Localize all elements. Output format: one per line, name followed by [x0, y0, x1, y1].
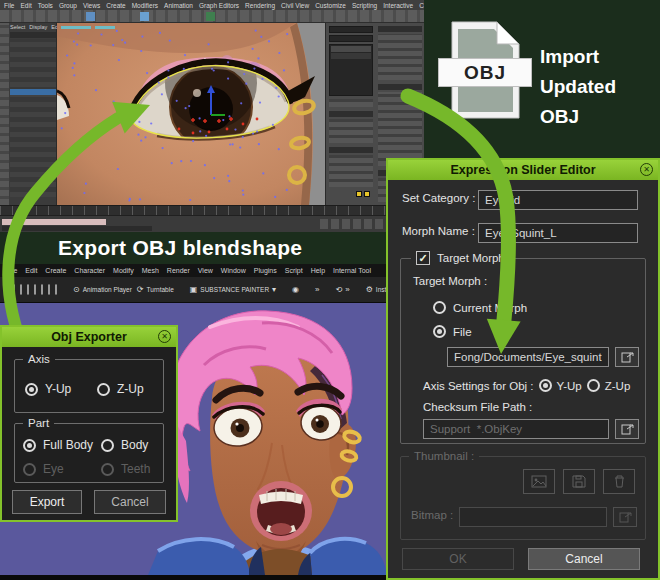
obj-axis-yup-radio[interactable] — [539, 379, 552, 392]
select-tool-icon[interactable] — [86, 12, 95, 21]
new-project-icon[interactable] — [6, 284, 8, 295]
part-fullbody-radio[interactable] — [23, 439, 36, 452]
max-menu-item[interactable]: Graph Editors — [199, 2, 239, 9]
explorer-selected-row[interactable] — [10, 89, 56, 95]
cancel-button[interactable]: Cancel — [528, 548, 640, 570]
obj-axis-zup-radio[interactable] — [587, 379, 600, 392]
substance-painter-button[interactable]: ▣ SUBSTANCE PAINTER ▾ — [190, 285, 276, 294]
object-name-field[interactable] — [329, 26, 373, 33]
part-body-radio[interactable] — [101, 439, 114, 452]
substance-icon: ▣ — [190, 285, 198, 294]
max-menu-item[interactable]: Views — [83, 2, 100, 9]
part-teeth-radio — [101, 463, 114, 476]
image-export-icon[interactable] — [55, 284, 57, 295]
fbx-export-icon[interactable] — [48, 284, 50, 295]
close-icon[interactable]: ✕ — [158, 330, 171, 343]
browse-icon — [621, 423, 634, 435]
morph-name-field[interactable] — [478, 223, 638, 243]
max-viewport-canvas[interactable] — [57, 23, 325, 205]
cc-menu-item[interactable]: Internal Tool — [333, 267, 371, 274]
capture-thumbnail-button — [523, 469, 555, 494]
cc-menu-item[interactable]: Script — [285, 267, 303, 274]
close-icon[interactable]: ✕ — [640, 163, 653, 176]
rollout-edit-geometry[interactable] — [378, 84, 422, 90]
obj-export-icon[interactable] — [41, 284, 43, 295]
cc-menu-item[interactable]: Plugins — [254, 267, 277, 274]
snap-tool-icon[interactable] — [206, 12, 215, 21]
expression-editor-title[interactable]: Expression Slider Editor — [388, 160, 658, 180]
save-thumbnail-button — [563, 469, 595, 494]
undo-button[interactable]: ⟲ » — [336, 285, 350, 294]
move-tool-icon[interactable] — [140, 12, 149, 21]
set-category-field[interactable] — [478, 190, 638, 210]
max-menu-item[interactable]: Animation — [164, 2, 193, 9]
cc-menu-item[interactable]: Edit — [25, 267, 37, 274]
max-menu-item[interactable]: Content — [419, 2, 424, 9]
current-morph-radio[interactable] — [433, 301, 446, 314]
save-icon — [572, 475, 586, 488]
max-menu-item[interactable]: File — [4, 2, 14, 9]
timeline-ruler[interactable] — [0, 205, 424, 215]
explorer-icon-strip[interactable] — [0, 23, 9, 205]
stack-buttons[interactable] — [329, 99, 373, 107]
cc-menu-item[interactable]: Mesh — [142, 267, 159, 274]
explorer-tab[interactable]: Display — [29, 24, 47, 30]
selection-status-field[interactable] — [2, 219, 106, 225]
import-icon[interactable] — [27, 284, 29, 295]
undo-icon: ⟲ — [336, 285, 343, 294]
cage-color-swatch-2[interactable] — [364, 191, 370, 197]
rollout-edit-poly-mode[interactable] — [329, 111, 373, 117]
cc-menu-item[interactable]: File — [6, 267, 17, 274]
max-menu-item[interactable]: Interactive — [383, 2, 413, 9]
max-menu-item[interactable]: Create — [106, 2, 126, 9]
modifier-stack[interactable] — [329, 44, 373, 96]
axis-zup-radio[interactable] — [97, 383, 110, 396]
checksum-path-field[interactable] — [423, 419, 609, 439]
playback-controls[interactable] — [320, 219, 390, 229]
obj-exporter-title[interactable]: Obj Exporter — [2, 327, 176, 347]
cage-color-swatch[interactable] — [356, 191, 362, 197]
cc-menu-item[interactable]: View — [198, 267, 213, 274]
rollout-selection[interactable] — [329, 147, 373, 153]
max-menu-item[interactable]: Modifiers — [132, 2, 158, 9]
cc-menu-item[interactable]: Help — [311, 267, 325, 274]
max-menu-item[interactable]: Scripting — [352, 2, 377, 9]
export-button[interactable]: Export — [12, 490, 82, 514]
explorer-node-list[interactable] — [10, 39, 56, 197]
save-project-icon[interactable] — [20, 284, 22, 295]
max-menu-item[interactable]: Tools — [38, 2, 53, 9]
tutorial-composite: FileEditToolsGroupViewsCreateModifiersAn… — [0, 0, 660, 580]
cc-menu-item[interactable]: Create — [45, 267, 66, 274]
rollout-edit-vertices[interactable] — [378, 26, 422, 32]
turntable-button[interactable]: ⟳ Turntable — [137, 285, 174, 294]
max-menu-item[interactable]: Group — [59, 2, 77, 9]
character-button[interactable]: ◉ — [292, 285, 299, 294]
max-menu-item[interactable]: Customize — [315, 2, 346, 9]
target-morph-checkbox[interactable]: ✓ — [416, 251, 430, 265]
open-project-icon[interactable] — [13, 284, 15, 295]
gear-icon: ⚙ — [366, 285, 373, 294]
browse-checksum-button[interactable] — [615, 419, 639, 439]
max-menubar: FileEditToolsGroupViewsCreateModifiersAn… — [0, 0, 424, 10]
max-menu-item[interactable]: Civil View — [281, 2, 309, 9]
modifier-list-dropdown[interactable] — [329, 35, 373, 42]
browse-file-button[interactable] — [615, 347, 639, 367]
file-radio[interactable] — [433, 325, 446, 338]
axis-yup-radio[interactable] — [25, 383, 38, 396]
max-menu-item[interactable]: Edit — [20, 2, 31, 9]
explorer-sort-header[interactable] — [10, 32, 56, 38]
cc-menu-item[interactable]: Render — [167, 267, 190, 274]
player-icon: ⊙ — [73, 285, 80, 294]
max-menu-item[interactable]: Rendering — [245, 2, 275, 9]
viewport-label[interactable] — [61, 26, 91, 29]
explorer-tab[interactable]: Select — [10, 24, 25, 30]
cc-menu-item[interactable]: Modify — [113, 267, 134, 274]
pose-button[interactable]: » — [315, 285, 319, 294]
target-file-path-field[interactable] — [447, 347, 609, 367]
max-toolbar[interactable] — [0, 10, 424, 23]
animation-player-button[interactable]: ⊙ Animation Player — [73, 285, 132, 294]
cc-menu-item[interactable]: Character — [74, 267, 105, 274]
cancel-button[interactable]: Cancel — [94, 490, 166, 514]
cc-menu-item[interactable]: Window — [221, 267, 246, 274]
export-icon[interactable] — [34, 284, 36, 295]
